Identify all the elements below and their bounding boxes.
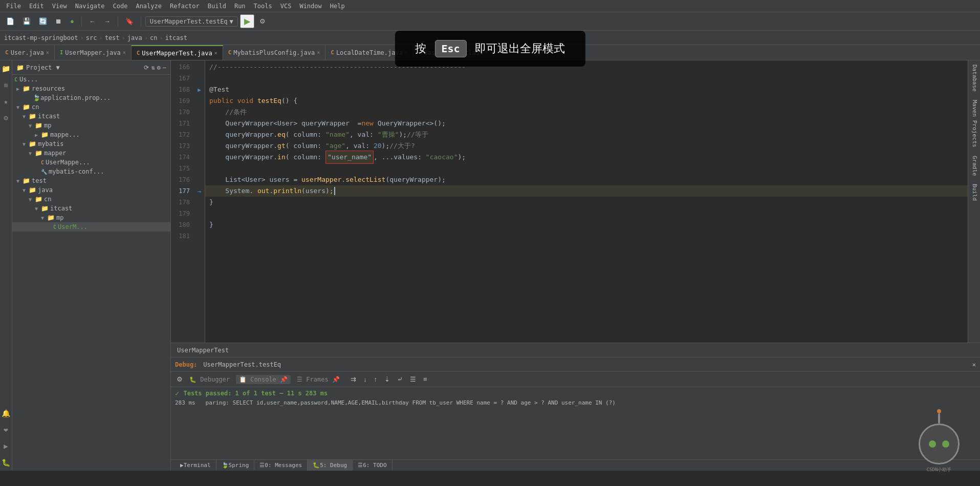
tab-mybatisplusconfig[interactable]: C MybatisPlusConfig.java × — [223, 45, 326, 60]
tree-item-resources[interactable]: ▶ 📁 resources — [12, 84, 170, 93]
menu-view[interactable]: View — [48, 2, 71, 11]
tree-item-mappe[interactable]: ▶ 📁 mappe... — [12, 130, 170, 139]
menu-build[interactable]: Build — [204, 2, 230, 11]
stop-button[interactable]: ⏹ — [52, 15, 65, 27]
debug-run-cursor-btn[interactable]: ⇣ — [382, 374, 393, 385]
frames-pin-icon: 📌 — [332, 376, 340, 383]
tab-usermappertest-java[interactable]: C UserMapperTest.java × — [132, 45, 223, 60]
project-dropdown-icon[interactable]: ▼ — [56, 64, 60, 71]
breadcrumb-cn[interactable]: cn — [150, 34, 157, 41]
structure-icon[interactable]: ≡ — [2, 79, 10, 91]
debug-restart-btn[interactable]: ⚙ — [174, 374, 185, 385]
tree-item-us[interactable]: C Us... — [12, 75, 170, 84]
favorites-icon[interactable]: ❤ — [2, 424, 10, 436]
menu-run[interactable]: Run — [230, 2, 250, 11]
tree-item-java[interactable]: ▼ 📁 java — [12, 185, 170, 195]
menu-analyze[interactable]: Analyze — [132, 2, 166, 11]
status-tab-todo[interactable]: ☰ 6: TODO — [353, 460, 392, 471]
menu-code[interactable]: Code — [109, 2, 132, 11]
line-num-170: 170 — [171, 107, 190, 118]
menu-navigate[interactable]: Navigate — [71, 2, 109, 11]
breadcrumb-test[interactable]: test — [105, 34, 120, 41]
tree-item-cn[interactable]: ▼ 📁 cn — [12, 102, 170, 112]
forward-button[interactable]: → — [101, 15, 114, 27]
tree-item-mp[interactable]: ▼ 📁 mp — [12, 121, 170, 130]
debug-variables-btn[interactable]: ≡ — [421, 374, 430, 385]
project-sort-icon[interactable]: ⇅ — [151, 64, 155, 71]
tree-label-usermapperfile: UserMappe... — [46, 159, 90, 166]
menu-refactor[interactable]: Refactor — [166, 2, 204, 11]
right-panel-gradle[interactable]: Gradle — [968, 152, 980, 180]
fn-usermapper-176: userMapper — [301, 174, 341, 185]
new-file-button[interactable]: 📄 — [3, 15, 17, 27]
menu-vcs[interactable]: VCS — [276, 2, 296, 11]
debug-evaluate-btn[interactable]: ⤶ — [395, 374, 405, 385]
settings-nav-icon[interactable]: ⚙ — [2, 112, 10, 124]
menu-edit[interactable]: Edit — [25, 2, 48, 11]
project-sync-icon[interactable]: ⟳ — [144, 64, 149, 71]
back-button[interactable]: ← — [86, 15, 99, 27]
right-panel-build[interactable]: Build — [968, 180, 980, 205]
tree-file-icon-approp: 🍃 — [33, 94, 40, 101]
status-tab-spring[interactable]: 🍃 Spring — [216, 460, 255, 471]
breadcrumb-itcast[interactable]: itcast — [165, 34, 187, 41]
menu-file[interactable]: File — [2, 2, 25, 11]
tree-item-usermapperfile[interactable]: C UserMappe... — [12, 158, 170, 167]
sync-button[interactable]: 🔄 — [36, 15, 50, 27]
debug-nav-icon[interactable]: 🐛 — [0, 456, 12, 469]
debug-step-out-btn[interactable]: ↑ — [371, 374, 380, 385]
save-button[interactable]: 💾 — [19, 15, 34, 27]
tree-item-mp-test[interactable]: ▼ 📁 mp — [12, 213, 170, 222]
project-collapse-icon[interactable]: — — [163, 64, 166, 71]
run-config-selector[interactable]: UserMapperTest.testEq ▼ — [145, 16, 238, 27]
debug-close-btn[interactable]: ✕ — [972, 361, 976, 368]
breadcrumb-src[interactable]: src — [86, 34, 97, 41]
tree-item-cn-test[interactable]: ▼ 📁 cn — [12, 195, 170, 204]
tree-item-test[interactable]: ▼ 📁 test — [12, 176, 170, 185]
project-settings-icon[interactable]: ⚙ — [157, 64, 161, 71]
tree-item-mapper[interactable]: ▼ 📁 mapper — [12, 149, 170, 158]
debug-tab-frames[interactable]: ☰ Frames 📌 — [297, 376, 340, 383]
status-tab-debug[interactable]: 🐛 5: Debug — [308, 460, 353, 471]
tab-close-mapper[interactable]: × — [123, 50, 126, 55]
menu-window[interactable]: Window — [295, 2, 325, 11]
run-button[interactable]: ▶ — [240, 14, 254, 28]
right-panel-database[interactable]: Database — [968, 60, 980, 96]
status-tab-messages[interactable]: ☰ 0: Messages — [254, 460, 308, 471]
debug-step-over-btn[interactable]: ⇉ — [348, 374, 359, 385]
tree-item-itcast-test[interactable]: ▼ 📁 itcast — [12, 204, 170, 213]
run-gutter-arrow[interactable]: ▶ — [198, 87, 201, 93]
bookmark-button[interactable]: 🔖 — [122, 15, 137, 27]
tab-usermapper-java[interactable]: I UserMapper.java × — [55, 45, 132, 60]
console-pin-icon: 📌 — [280, 376, 288, 383]
debug-frames-btn[interactable]: ☰ — [407, 374, 419, 385]
code-content[interactable]: //--------------------------------------… — [205, 60, 968, 343]
menu-tools[interactable]: Tools — [250, 2, 276, 11]
tab-close-user[interactable]: × — [46, 50, 49, 55]
bookmark-nav-icon[interactable]: ★ — [2, 95, 10, 108]
right-panel-maven[interactable]: Maven Projects — [968, 96, 980, 152]
status-tab-terminal[interactable]: ▶ Terminal — [175, 460, 216, 471]
tab-close-test[interactable]: × — [214, 50, 217, 56]
breadcrumb-root[interactable]: itcast-mp-springboot — [4, 34, 78, 41]
debug-step-into-btn[interactable]: ↓ — [361, 374, 369, 385]
tree-item-approp[interactable]: 🍃 application.prop... — [12, 93, 170, 102]
robot-eye-left — [929, 440, 936, 448]
project-icon[interactable]: 📁 — [0, 62, 12, 75]
tree-item-itcast[interactable]: ▼ 📁 itcast — [12, 112, 170, 121]
settings-button[interactable]: ⚙ — [256, 15, 269, 27]
tree-item-mybatis[interactable]: ▼ 📁 mybatis — [12, 139, 170, 149]
notification-icon[interactable]: 🔔 — [0, 407, 12, 419]
tree-item-mybatisconf[interactable]: 🔧 mybatis-conf... — [12, 167, 170, 176]
tree-item-usermtest[interactable]: C UserM... — [12, 222, 170, 231]
tab-user-java[interactable]: C User.java × — [0, 45, 55, 60]
menu-help[interactable]: Help — [326, 2, 349, 11]
breadcrumb-java[interactable]: java — [127, 34, 142, 41]
debug-tab-debugger[interactable]: 🐛 Debugger — [189, 376, 230, 383]
refresh-button[interactable]: ● — [67, 15, 77, 27]
tab-close-config[interactable]: × — [317, 50, 320, 55]
debug-tab-console[interactable]: 📋 Console 📌 — [236, 375, 291, 384]
tree-label-mybatisconf: mybatis-conf... — [49, 168, 104, 175]
gutter-168[interactable]: ▶ — [194, 84, 205, 95]
run-nav-icon[interactable]: ▶ — [2, 440, 10, 452]
